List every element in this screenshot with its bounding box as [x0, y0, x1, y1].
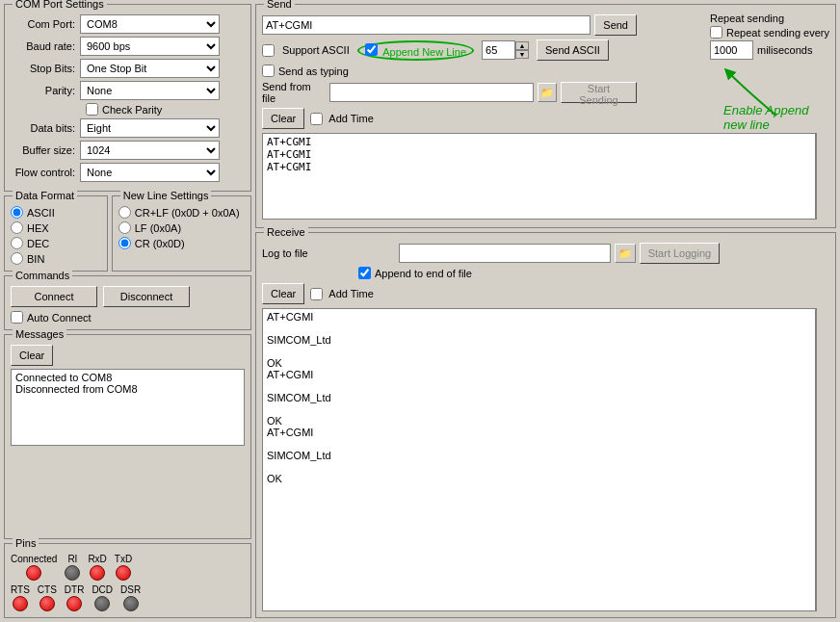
send-text-input[interactable]	[262, 15, 591, 35]
pin-dsr: DSR	[120, 584, 141, 611]
buffer-size-label: Buffer size:	[11, 144, 80, 156]
send-title: Send	[264, 0, 295, 10]
log-file-input[interactable]	[399, 244, 611, 263]
send-group: Send Repeat sending Repeat sending every…	[255, 4, 836, 228]
send-add-time-label: Add Time	[328, 113, 373, 124]
nl-cr-row: CR (0x0D)	[118, 237, 245, 249]
pin-connected: Connected	[11, 554, 57, 581]
messages-line-1: Connected to COM8	[15, 372, 240, 383]
append-to-end-label: Append to end of file	[375, 268, 472, 279]
stop-bits-label: Stop Bits:	[11, 63, 80, 74]
log-to-file-label: Log to file	[262, 247, 308, 259]
folder-browse-button[interactable]: 📁	[538, 83, 557, 102]
format-ascii-radio[interactable]	[11, 206, 23, 219]
ascii-num-input[interactable]	[482, 40, 515, 60]
append-to-end-checkbox[interactable]	[358, 267, 371, 279]
repeat-every-checkbox[interactable]	[710, 26, 722, 39]
send-textarea[interactable]: AT+CGMI AT+CGMI AT+CGMI	[262, 133, 816, 220]
auto-connect-label: Auto Connect	[27, 312, 92, 324]
file-path-input[interactable]	[329, 83, 533, 102]
com-port-select[interactable]: COM8	[80, 14, 220, 34]
data-bits-select[interactable]: Eight	[80, 118, 220, 138]
pin-dcd-led	[94, 596, 110, 611]
start-logging-button[interactable]: Start Logging	[640, 243, 720, 264]
baud-rate-select[interactable]: 9600 bps	[80, 37, 220, 56]
com-port-settings-group: COM Port Settings Com Port: COM8 Baud ra…	[4, 4, 251, 192]
receive-add-time-label: Add Time	[328, 288, 373, 299]
send-clear-button[interactable]: Clear	[262, 108, 304, 129]
nl-cr-radio[interactable]	[118, 237, 131, 249]
format-dec-label: DEC	[27, 238, 49, 249]
messages-content: Connected to COM8 Disconnected from COM8	[11, 369, 245, 446]
connect-button[interactable]: Connect	[11, 286, 97, 307]
nl-crlf-label: CR+LF (0x0D + 0x0A)	[135, 207, 240, 219]
receive-group: Receive Log to file 📁 Start Logging Appe…	[255, 232, 836, 618]
format-hex-radio[interactable]	[11, 221, 23, 234]
parity-select[interactable]: None	[80, 81, 220, 100]
send-scrollbar[interactable]	[816, 133, 829, 220]
check-parity-checkbox[interactable]	[86, 103, 98, 116]
support-ascii-checkbox[interactable]	[262, 44, 275, 57]
com-port-settings-title: COM Port Settings	[13, 0, 107, 10]
receive-add-time-checkbox[interactable]	[310, 288, 323, 300]
repeat-ms-input[interactable]	[710, 40, 753, 60]
format-hex-row: HEX	[11, 221, 101, 234]
send-add-time-checkbox[interactable]	[310, 113, 323, 125]
pin-ri: RI	[65, 554, 80, 581]
check-parity-label: Check Parity	[102, 104, 162, 116]
flow-control-label: Flow control:	[11, 167, 80, 178]
nl-lf-label: LF (0x0A)	[135, 222, 181, 234]
parity-label: Parity:	[11, 85, 80, 96]
new-line-settings-title: New Line Settings	[120, 190, 212, 201]
receive-title: Receive	[264, 226, 308, 238]
nl-lf-radio[interactable]	[118, 221, 131, 234]
com-port-label: Com Port:	[11, 18, 80, 30]
format-bin-radio[interactable]	[11, 252, 23, 265]
messages-title: Messages	[13, 328, 66, 340]
log-browse-button[interactable]: 📁	[615, 244, 636, 263]
spin-up[interactable]: ▲	[515, 41, 529, 50]
pin-dcd: DCD	[92, 584, 113, 611]
pin-dsr-led	[123, 596, 139, 611]
receive-text-area-wrapper: AT+CGMI SIMCOM_Ltd OK AT+CGMI SIMCOM_Ltd…	[262, 308, 829, 611]
pin-rxd-led	[90, 565, 105, 581]
nl-crlf-radio[interactable]	[118, 206, 131, 219]
nl-cr-label: CR (0x0D)	[135, 238, 185, 249]
receive-clear-button[interactable]: Clear	[262, 283, 304, 304]
pin-rts: RTS	[11, 584, 30, 611]
messages-clear-button[interactable]: Clear	[11, 345, 53, 366]
start-sending-button[interactable]: Start Sending	[561, 82, 637, 103]
receive-textarea[interactable]: AT+CGMI SIMCOM_Ltd OK AT+CGMI SIMCOM_Ltd…	[262, 308, 816, 611]
enable-text: Enable Append new line	[723, 103, 815, 132]
send-ascii-button[interactable]: Send ASCII	[537, 39, 609, 61]
nl-lf-row: LF (0x0A)	[118, 221, 245, 234]
nl-crlf-row: CR+LF (0x0D + 0x0A)	[118, 206, 245, 219]
send-as-typing-label: Send as typing	[278, 65, 349, 77]
format-dec-radio[interactable]	[11, 237, 23, 249]
append-new-line-label[interactable]: Append New Line	[357, 40, 474, 61]
pin-dtr-led	[66, 596, 82, 611]
disconnect-button[interactable]: Disconnect	[103, 286, 190, 307]
buffer-size-select[interactable]: 1024	[80, 141, 220, 160]
spin-down[interactable]: ▼	[515, 50, 529, 59]
receive-scrollbar[interactable]	[816, 308, 829, 611]
format-hex-label: HEX	[27, 222, 49, 234]
repeat-sending-title: Repeat sending	[710, 13, 829, 24]
auto-connect-checkbox[interactable]	[11, 311, 23, 324]
send-as-typing-checkbox[interactable]	[262, 65, 275, 77]
pin-cts-led	[39, 596, 55, 611]
format-bin-label: BIN	[27, 253, 44, 265]
pin-txd: TxD	[115, 554, 132, 581]
send-text-area-wrapper: AT+CGMI AT+CGMI AT+CGMI	[262, 133, 829, 221]
append-new-line-checkbox[interactable]	[365, 43, 378, 56]
support-ascii-label: Support ASCII	[282, 44, 350, 56]
format-dec-row: DEC	[11, 237, 101, 249]
format-ascii-label: ASCII	[27, 207, 55, 219]
format-ascii-row: ASCII	[11, 206, 101, 219]
format-bin-row: BIN	[11, 252, 101, 265]
flow-control-select[interactable]: None	[80, 163, 220, 182]
num-spin: ▲ ▼	[482, 40, 529, 60]
pin-ri-led	[65, 565, 80, 581]
send-button[interactable]: Send	[594, 14, 637, 36]
stop-bits-select[interactable]: One Stop Bit	[80, 59, 220, 78]
